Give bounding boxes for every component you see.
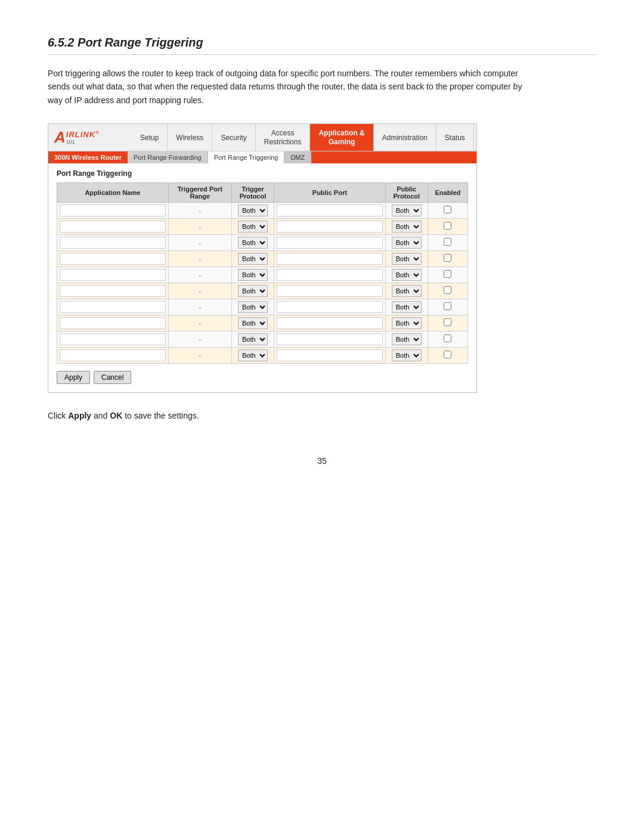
content-area: Port Range Triggering Application Name T… (48, 163, 476, 392)
trigger-protocol-select-8[interactable]: BothTCPUDP (238, 333, 268, 345)
sub-nav: 300N Wireless Router Port Range Forwardi… (48, 151, 476, 163)
table-row: -BothTCPUDPBothTCPUDP (57, 331, 468, 347)
enabled-checkbox-9[interactable] (444, 351, 451, 358)
enabled-checkbox-0[interactable] (444, 206, 451, 213)
table-row: -BothTCPUDPBothTCPUDP (57, 347, 468, 363)
sub-tab-triggering[interactable]: Port Range Triggering (208, 151, 285, 163)
public-port-input-9[interactable] (277, 349, 383, 361)
enabled-checkbox-5[interactable] (444, 286, 451, 294)
public-protocol-select-6[interactable]: BothTCPUDP (392, 301, 422, 313)
logo-model: 101 (66, 139, 100, 145)
triggered-port-range-8: - (168, 331, 231, 347)
public-port-input-4[interactable] (277, 269, 383, 281)
enabled-checkbox-6[interactable] (444, 302, 451, 310)
triggered-port-range-3: - (168, 250, 231, 267)
triggered-port-range-2: - (168, 234, 231, 250)
nav-tab-status[interactable]: Status (436, 124, 474, 151)
public-protocol-select-8[interactable]: BothTCPUDP (392, 333, 422, 345)
apply-button[interactable]: Apply (57, 371, 90, 384)
enabled-checkbox-2[interactable] (444, 238, 451, 246)
trigger-protocol-select-1[interactable]: BothTCPUDP (238, 221, 268, 233)
top-nav: A IRLINK® 101 Setup Wireless Security Ac… (48, 124, 476, 151)
app-name-input-3[interactable] (60, 253, 166, 265)
public-protocol-select-7[interactable]: BothTCPUDP (392, 317, 422, 329)
enabled-checkbox-7[interactable] (444, 318, 451, 326)
apply-bold: Apply (68, 411, 91, 420)
col-header-triggered: Triggered PortRange (168, 182, 231, 202)
nav-tab-setup[interactable]: Setup (132, 124, 168, 151)
app-name-input-1[interactable] (60, 221, 166, 233)
enabled-checkbox-8[interactable] (444, 335, 451, 342)
triggered-port-range-0: - (168, 202, 231, 218)
enabled-checkbox-1[interactable] (444, 222, 451, 230)
app-name-input-8[interactable] (60, 333, 166, 345)
public-port-input-5[interactable] (277, 285, 383, 297)
col-header-appname: Application Name (57, 182, 169, 202)
triggered-port-range-9: - (168, 347, 231, 363)
app-name-input-7[interactable] (60, 317, 166, 329)
instruction-text: Click Apply and OK to save the settings. (48, 411, 596, 420)
router-model-label: 300N Wireless Router (48, 151, 128, 163)
button-row: Apply Cancel (57, 371, 468, 384)
section-title: 6.5.2 Port Range Triggering (48, 36, 596, 55)
table-row: -BothTCPUDPBothTCPUDP (57, 283, 468, 299)
public-port-input-1[interactable] (277, 221, 383, 233)
col-header-public-protocol: PublicProtocol (385, 182, 428, 202)
public-protocol-select-0[interactable]: BothTCPUDP (392, 205, 422, 216)
col-header-public-port: Public Port (274, 182, 385, 202)
section-description: Port triggering allows the router to kee… (48, 67, 537, 107)
app-name-input-5[interactable] (60, 285, 166, 297)
logo-a-letter: A (54, 128, 66, 147)
trigger-protocol-select-6[interactable]: BothTCPUDP (238, 301, 268, 313)
trigger-protocol-select-7[interactable]: BothTCPUDP (238, 317, 268, 329)
app-name-input-2[interactable] (60, 237, 166, 249)
sub-tab-dmz[interactable]: DMZ (284, 151, 311, 163)
trigger-protocol-select-5[interactable]: BothTCPUDP (238, 285, 268, 297)
public-protocol-select-5[interactable]: BothTCPUDP (392, 285, 422, 297)
public-port-input-2[interactable] (277, 237, 383, 249)
public-protocol-select-3[interactable]: BothTCPUDP (392, 253, 422, 265)
triggered-port-range-7: - (168, 315, 231, 331)
table-row: -BothTCPUDPBothTCPUDP (57, 202, 468, 218)
enabled-checkbox-4[interactable] (444, 270, 451, 278)
triggering-table: Application Name Triggered PortRange Tri… (57, 182, 468, 364)
nav-tab-security[interactable]: Security (212, 124, 255, 151)
public-protocol-select-2[interactable]: BothTCPUDP (392, 237, 422, 249)
app-name-input-0[interactable] (60, 205, 166, 216)
table-row: -BothTCPUDPBothTCPUDP (57, 315, 468, 331)
public-port-input-3[interactable] (277, 253, 383, 265)
nav-tab-wireless[interactable]: Wireless (168, 124, 212, 151)
public-protocol-select-9[interactable]: BothTCPUDP (392, 349, 422, 361)
public-port-input-6[interactable] (277, 301, 383, 313)
nav-tabs: Setup Wireless Security AccessRestrictio… (132, 124, 476, 151)
page-section-label: Port Range Triggering (57, 169, 468, 178)
nav-tab-administration[interactable]: Administration (374, 124, 436, 151)
cancel-button[interactable]: Cancel (94, 371, 131, 384)
trigger-protocol-select-4[interactable]: BothTCPUDP (238, 269, 268, 281)
col-header-trigger-protocol: TriggerProtocol (231, 182, 274, 202)
table-row: -BothTCPUDPBothTCPUDP (57, 267, 468, 283)
app-name-input-6[interactable] (60, 301, 166, 313)
app-name-input-4[interactable] (60, 269, 166, 281)
table-row: -BothTCPUDPBothTCPUDP (57, 299, 468, 315)
trigger-protocol-select-2[interactable]: BothTCPUDP (238, 237, 268, 249)
table-row: -BothTCPUDPBothTCPUDP (57, 218, 468, 234)
public-port-input-7[interactable] (277, 317, 383, 329)
trigger-protocol-select-9[interactable]: BothTCPUDP (238, 349, 268, 361)
public-port-input-0[interactable] (277, 205, 383, 216)
public-protocol-select-1[interactable]: BothTCPUDP (392, 221, 422, 233)
router-ui: A IRLINK® 101 Setup Wireless Security Ac… (48, 123, 477, 393)
sub-tab-forwarding[interactable]: Port Range Forwarding (128, 151, 208, 163)
nav-tab-application[interactable]: Application &Gaming (310, 124, 373, 151)
public-protocol-select-4[interactable]: BothTCPUDP (392, 269, 422, 281)
nav-tab-access[interactable]: AccessRestrictions (256, 124, 311, 151)
triggered-port-range-1: - (168, 218, 231, 234)
trigger-protocol-select-3[interactable]: BothTCPUDP (238, 253, 268, 265)
trigger-protocol-select-0[interactable]: BothTCPUDP (238, 205, 268, 216)
public-port-input-8[interactable] (277, 333, 383, 345)
logo-irlink: IRLINK® 101 (66, 130, 100, 145)
triggered-port-range-4: - (168, 267, 231, 283)
app-name-input-9[interactable] (60, 349, 166, 361)
enabled-checkbox-3[interactable] (444, 254, 451, 262)
table-row: -BothTCPUDPBothTCPUDP (57, 234, 468, 250)
